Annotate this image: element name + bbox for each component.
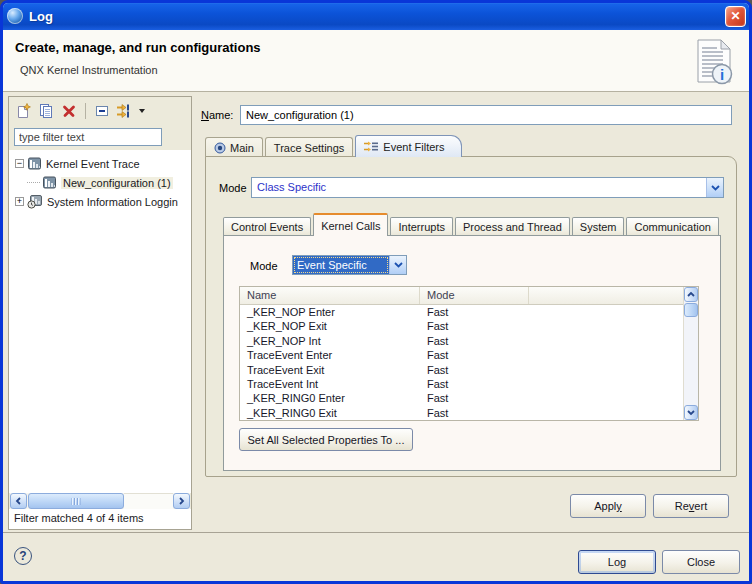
filter-status-text: Filter matched 4 of 4 items — [9, 509, 191, 529]
table-vertical-scrollbar[interactable] — [683, 287, 698, 420]
chevron-down-icon[interactable] — [389, 256, 406, 274]
table-row[interactable]: _KER_NOP EnterFast — [240, 305, 683, 319]
apply-button[interactable]: Apply — [570, 494, 646, 518]
scrollbar-thumb[interactable] — [684, 303, 698, 317]
tab-trace-settings[interactable]: Trace Settings — [265, 137, 354, 157]
table-row[interactable]: _KER_NOP ExitFast — [240, 319, 683, 333]
event-mode-combobox[interactable]: Event Specific — [292, 255, 407, 275]
copy-icon — [38, 103, 54, 119]
column-header-blank[interactable] — [529, 287, 683, 304]
close-button[interactable]: Close — [662, 550, 740, 574]
tree-item-new-configuration[interactable]: New_configuration (1) — [15, 173, 191, 192]
event-mode-label: Mode — [250, 260, 278, 272]
collapse-toggle-icon[interactable]: − — [15, 159, 24, 168]
dialog-body: − Kernel Event Trace — [3, 93, 749, 533]
set-all-selected-properties-button[interactable]: Set All Selected Properties To ... — [239, 428, 413, 451]
new-document-icon — [15, 103, 31, 119]
event-filters-tab-icon — [364, 140, 379, 153]
toolbar-menu-caret-icon[interactable] — [139, 109, 145, 113]
event-mode-combobox-value: Event Specific — [293, 256, 389, 274]
tree-horizontal-scrollbar[interactable] — [10, 493, 190, 509]
expand-toggle-icon[interactable]: + — [15, 197, 24, 206]
help-button[interactable]: ? — [14, 547, 32, 565]
tab-event-filters[interactable]: Event Filters — [355, 135, 461, 157]
name-input[interactable] — [240, 105, 732, 125]
tab-interrupts[interactable]: Interrupts — [390, 217, 452, 236]
tree-item-label: System Information Loggin — [47, 196, 178, 208]
log-button[interactable]: Log — [578, 550, 656, 574]
name-label: Name: — [201, 109, 233, 121]
window-title: Log — [29, 9, 53, 24]
tree-item-label: Kernel Event Trace — [46, 158, 140, 170]
window-icon — [7, 8, 23, 24]
close-icon: ✕ — [730, 9, 740, 23]
question-mark-icon: ? — [19, 549, 26, 563]
column-header-mode[interactable]: Mode — [420, 287, 529, 304]
configuration-detail-panel: Name: Main Trace Settings — [196, 93, 746, 533]
log-configuration-dialog: Log ✕ Create, manage, and run configurat… — [0, 0, 752, 584]
table-header[interactable]: Name Mode — [240, 287, 683, 305]
svg-text:i: i — [720, 66, 724, 83]
event-class-tab-strip: Control Events Kernel Calls Interrupts P… — [223, 214, 721, 236]
delete-configuration-button[interactable] — [59, 101, 79, 121]
system-information-icon — [27, 194, 43, 209]
tab-kernel-calls[interactable]: Kernel Calls — [313, 213, 388, 236]
dialog-footer: ? Log Close — [3, 534, 749, 581]
table-row[interactable]: TraceEvent ExitFast — [240, 363, 683, 377]
scroll-left-button[interactable] — [10, 493, 27, 509]
filter-input[interactable] — [14, 128, 162, 146]
delete-x-icon — [61, 103, 77, 119]
tab-control-events[interactable]: Control Events — [223, 217, 311, 236]
event-filters-tab-content: Mode Class Specific Control Events Kerne… — [205, 156, 737, 477]
tab-process-and-thread[interactable]: Process and Thread — [455, 217, 570, 236]
tree-item-label-selected: New_configuration (1) — [61, 177, 173, 189]
table-row[interactable]: _KER_RING0 ExitFast — [240, 406, 683, 420]
table-row[interactable]: TraceEvent IntFast — [240, 377, 683, 391]
column-header-name[interactable]: Name — [240, 287, 420, 304]
scrollbar-thumb[interactable] — [28, 493, 124, 509]
window-close-button[interactable]: ✕ — [725, 6, 746, 27]
kernel-event-trace-icon — [42, 175, 57, 190]
kernel-event-trace-icon — [27, 156, 42, 171]
filter-arrows-icon — [116, 103, 134, 119]
revert-button[interactable]: Revert — [653, 494, 729, 518]
tab-main[interactable]: Main — [205, 137, 263, 157]
kernel-calls-table: Name Mode _KER_NOP EnterFast _KER_NOP Ex… — [239, 286, 699, 421]
scroll-down-button[interactable] — [684, 405, 698, 420]
scroll-right-button[interactable] — [173, 493, 190, 509]
mode-label: Mode — [219, 182, 247, 194]
configuration-tab-strip: Main Trace Settings Event Filters — [205, 135, 464, 157]
scroll-up-button[interactable] — [684, 287, 698, 302]
dialog-subtitle: QNX Kernel Instrumentation — [20, 64, 158, 76]
collapse-all-button[interactable] — [92, 101, 112, 121]
main-tab-target-icon — [214, 142, 226, 154]
kernel-calls-tab-content: Mode Event Specific Name Mode — [223, 235, 721, 471]
table-row[interactable]: TraceEvent EnterFast — [240, 348, 683, 362]
filter-launch-configurations-button[interactable] — [115, 101, 135, 121]
chevron-down-icon[interactable] — [706, 178, 723, 197]
tree-connector — [27, 182, 40, 183]
duplicate-configuration-button[interactable] — [36, 101, 56, 121]
configurations-panel: − Kernel Event Trace — [8, 96, 192, 530]
tab-system[interactable]: System — [572, 217, 625, 236]
tree-item-kernel-event-trace[interactable]: − Kernel Event Trace — [15, 154, 191, 173]
tree-item-system-information-logging[interactable]: + System Information Loggin — [15, 192, 191, 211]
toolbar-separator — [85, 103, 86, 119]
info-document-icon: i — [689, 38, 739, 90]
mode-combobox[interactable]: Class Specific — [251, 177, 724, 198]
title-bar[interactable]: Log ✕ — [0, 0, 752, 30]
configurations-toolbar — [9, 97, 191, 125]
tab-communication[interactable]: Communication — [626, 217, 718, 236]
dialog-header: Create, manage, and run configurations Q… — [3, 30, 749, 92]
table-row[interactable]: _KER_NOP IntFast — [240, 334, 683, 348]
dialog-title: Create, manage, and run configurations — [15, 40, 261, 55]
new-configuration-button[interactable] — [13, 101, 33, 121]
collapse-all-icon — [94, 103, 110, 119]
table-row[interactable]: _KER_RING0 EnterFast — [240, 391, 683, 405]
configuration-tree: − Kernel Event Trace — [9, 150, 191, 493]
mode-combobox-value: Class Specific — [252, 178, 706, 197]
